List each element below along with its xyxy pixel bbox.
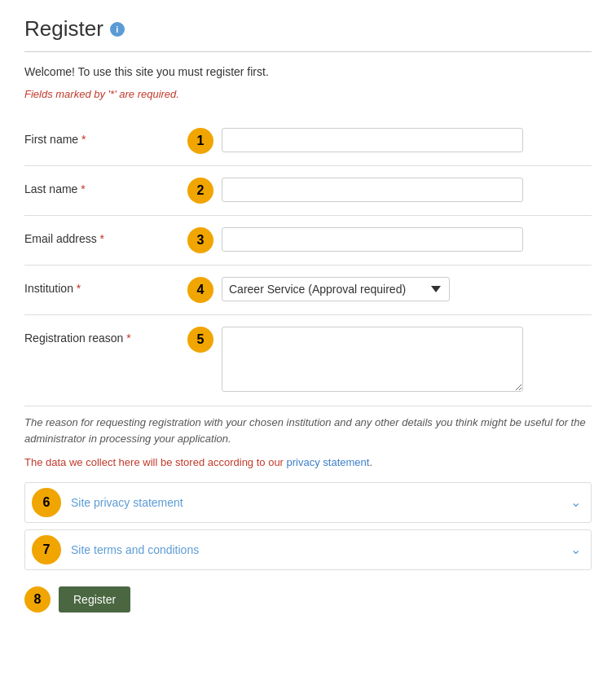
required-notice: Fields marked by '*' are required. bbox=[24, 88, 592, 100]
registration-help-text: The reason for requesting registration w… bbox=[24, 415, 592, 446]
first-name-wrapper bbox=[222, 128, 592, 152]
step-badge-5: 5 bbox=[187, 327, 213, 353]
terms-accordion-label: Site terms and conditions bbox=[71, 543, 199, 556]
terms-accordion: 7 Site terms and conditions ⌄ bbox=[24, 529, 592, 570]
step-badge-1: 1 bbox=[187, 128, 213, 154]
required-star: * bbox=[81, 133, 86, 146]
privacy-accordion-label: Site privacy statement bbox=[71, 496, 183, 509]
last-name-input[interactable] bbox=[222, 178, 523, 202]
first-name-label: First name * bbox=[24, 128, 187, 146]
privacy-accordion: 6 Site privacy statement ⌄ bbox=[24, 482, 592, 523]
email-input[interactable] bbox=[222, 227, 523, 252]
registration-reason-label: Registration reason * bbox=[24, 327, 187, 345]
required-star-3: * bbox=[100, 232, 104, 245]
privacy-accordion-button[interactable]: Site privacy statement ⌄ bbox=[68, 486, 591, 518]
chevron-down-icon: ⌄ bbox=[570, 494, 581, 510]
required-star-4: * bbox=[77, 282, 81, 295]
last-name-row: Last name * 2 bbox=[24, 166, 592, 216]
institution-wrapper: Career Service (Approval required) bbox=[222, 277, 592, 301]
privacy-text: The data we collect here will be stored … bbox=[24, 454, 592, 471]
institution-select[interactable]: Career Service (Approval required) bbox=[222, 277, 450, 301]
email-label: Email address * bbox=[24, 227, 187, 245]
required-star-2: * bbox=[81, 182, 85, 195]
page-header: Register i bbox=[24, 16, 592, 52]
institution-row: Institution * 4 Career Service (Approval… bbox=[24, 266, 592, 315]
registration-reason-wrapper bbox=[222, 327, 592, 394]
institution-label: Institution * bbox=[24, 277, 187, 295]
registration-reason-textarea[interactable] bbox=[222, 327, 523, 392]
terms-accordion-button[interactable]: Site terms and conditions ⌄ bbox=[68, 534, 591, 565]
email-wrapper bbox=[222, 227, 592, 252]
info-icon[interactable]: i bbox=[110, 22, 125, 37]
registration-reason-row: Registration reason * 5 bbox=[24, 315, 592, 406]
last-name-label: Last name * bbox=[24, 178, 187, 195]
chevron-down-icon-2: ⌄ bbox=[570, 542, 581, 557]
step-badge-2: 2 bbox=[187, 178, 213, 204]
step-badge-8: 8 bbox=[24, 586, 51, 613]
required-star-5: * bbox=[126, 332, 130, 345]
first-name-input[interactable] bbox=[222, 128, 523, 152]
register-button[interactable]: Register bbox=[59, 586, 130, 613]
step-badge-3: 3 bbox=[187, 227, 213, 253]
page-title: Register bbox=[24, 16, 103, 42]
welcome-message: Welcome! To use this site you must regis… bbox=[24, 65, 592, 78]
step-badge-6: 6 bbox=[32, 488, 61, 517]
last-name-wrapper bbox=[222, 178, 592, 202]
privacy-link[interactable]: privacy statement bbox=[287, 456, 370, 468]
button-row: 8 Register bbox=[24, 586, 592, 613]
email-row: Email address * 3 bbox=[24, 216, 592, 266]
first-name-row: First name * 1 bbox=[24, 116, 592, 166]
step-badge-4: 4 bbox=[187, 277, 213, 303]
step-badge-7: 7 bbox=[32, 535, 61, 564]
